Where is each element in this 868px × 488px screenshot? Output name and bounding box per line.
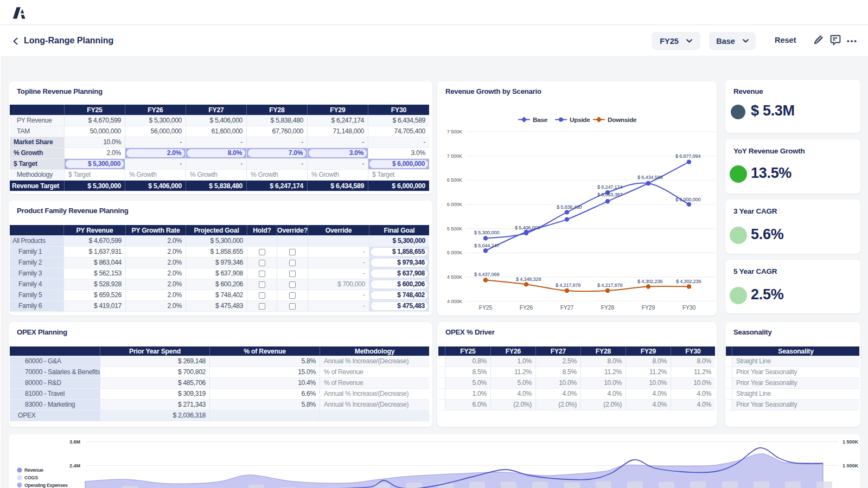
svg-text:$ 5,300,000: $ 5,300,000: [474, 230, 499, 235]
svg-text:5 500K: 5 500K: [447, 226, 463, 232]
svg-text:4 000K: 4 000K: [447, 299, 463, 304]
svg-text:1 500K: 1 500K: [843, 439, 859, 445]
svg-text:6 500K: 6 500K: [447, 177, 463, 183]
svg-text:2.4M: 2.4M: [69, 463, 80, 468]
svg-text:$ 6,247,174: $ 6,247,174: [597, 184, 622, 190]
svg-text:$ 4,302,236: $ 4,302,236: [676, 279, 701, 284]
svg-text:Upside: Upside: [570, 116, 590, 124]
svg-text:7 000K: 7 000K: [447, 153, 463, 159]
svg-text:$ 6,000,000: $ 6,000,000: [675, 197, 700, 202]
svg-text:Downside: Downside: [608, 116, 637, 124]
svg-text:$ 5,406,000: $ 5,406,000: [515, 225, 540, 230]
svg-text:$ 6,063,387: $ 6,063,387: [597, 192, 622, 197]
svg-text:FY27: FY27: [560, 304, 574, 311]
svg-text:$ 4,302,236: $ 4,302,236: [637, 279, 662, 284]
svg-text:$ 6,434,589: $ 6,434,589: [637, 175, 662, 180]
svg-text:$ 5,044,247: $ 5,044,247: [474, 243, 499, 248]
svg-text:$ 4,437,069: $ 4,437,069: [474, 272, 499, 277]
svg-text:$ 6,877,094: $ 6,877,094: [675, 153, 700, 159]
svg-text:$ 4,217,878: $ 4,217,878: [597, 282, 622, 288]
svg-text:FY25: FY25: [479, 304, 493, 311]
svg-text:$ 4,348,328: $ 4,348,328: [516, 277, 541, 282]
svg-text:Operating Expenses: Operating Expenses: [24, 483, 68, 488]
svg-text:6 000K: 6 000K: [447, 202, 463, 207]
svg-text:4 500K: 4 500K: [447, 274, 463, 280]
svg-text:5 000K: 5 000K: [447, 250, 463, 255]
svg-text:Base: Base: [533, 116, 548, 124]
svg-text:FY26: FY26: [520, 304, 533, 311]
svg-text:COGS: COGS: [24, 475, 38, 480]
svg-text:1 000K: 1 000K: [843, 463, 859, 468]
svg-text:$ 4,217,878: $ 4,217,878: [556, 282, 580, 288]
svg-text:3.6M: 3.6M: [69, 439, 80, 445]
svg-text:FY29: FY29: [642, 304, 655, 311]
svg-text:FY28: FY28: [601, 304, 615, 311]
svg-text:$ 5,838,480: $ 5,838,480: [557, 204, 582, 210]
svg-text:FY30: FY30: [682, 304, 696, 311]
svg-text:7 500K: 7 500K: [447, 129, 463, 134]
svg-text:Revenue: Revenue: [24, 467, 43, 473]
